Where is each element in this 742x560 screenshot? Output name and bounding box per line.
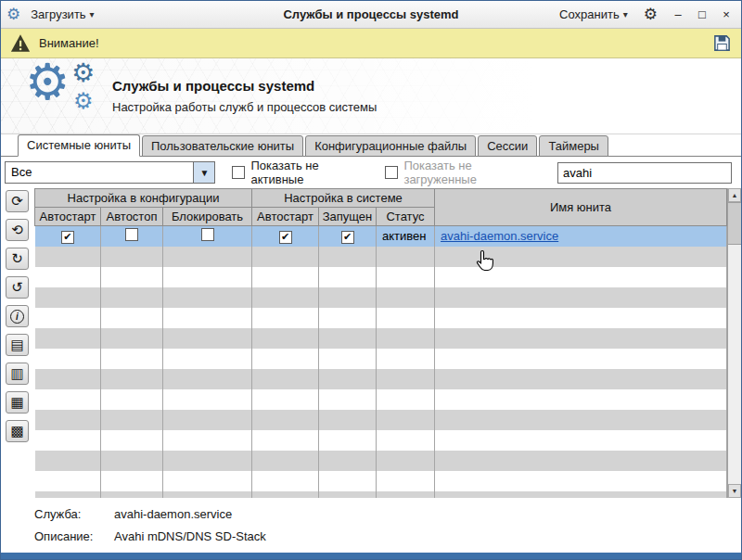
info-icon: i <box>10 310 24 324</box>
restart-icon: ↻ <box>11 250 23 267</box>
edit-config-button[interactable]: ▥ <box>6 363 29 385</box>
table-row-empty <box>35 247 727 267</box>
group-header-system: Настройка в системе <box>252 189 435 208</box>
tab-system-units[interactable]: Системные юниты <box>18 134 140 157</box>
description-value: Avahi mDNS/DNS SD-Stack <box>114 529 266 543</box>
side-toolbar: ⟳ ⟲ ↻ ↺ i ▤ ▥ ▦ ▩ <box>1 188 34 498</box>
column-header-autostop[interactable]: Автостоп <box>101 208 163 226</box>
unit-info-button[interactable]: i <box>6 305 29 327</box>
tab-config-files[interactable]: Конфигурационные файлы <box>305 135 476 157</box>
gear-icon: ⚙ <box>73 90 94 112</box>
config-file-icon: ▥ <box>10 365 23 382</box>
tab-sessions[interactable]: Сессии <box>478 135 537 157</box>
chevron-down-icon: ▾ <box>90 9 95 19</box>
table-row-empty <box>35 491 727 499</box>
table-row-empty <box>35 451 727 471</box>
service-label: Служба: <box>34 507 114 521</box>
warning-bar: Внимание! <box>1 29 741 58</box>
unit-details-panel: Служба: avahi-daemon.service Описание: A… <box>1 498 741 553</box>
table-row-empty <box>35 389 727 410</box>
save-file-icon[interactable] <box>712 33 732 53</box>
show-unloaded-checkbox-row: Показать не загруженные <box>385 159 541 186</box>
dropdown-arrow-icon[interactable]: ▼ <box>193 162 214 183</box>
show-unloaded-checkbox[interactable] <box>385 166 398 179</box>
page-subtitle: Настройка работы служб и процессов систе… <box>112 100 377 114</box>
autostop-checkbox[interactable] <box>125 228 138 241</box>
column-header-unit-name[interactable]: Имя юнита <box>435 189 727 226</box>
app-header: ⚙ ⚙ ⚙ Службы и процессы systemd Настройк… <box>1 58 741 134</box>
table-row-empty <box>35 308 727 328</box>
scrollbar-thumb[interactable] <box>728 202 741 245</box>
app-logo-gears: ⚙ ⚙ ⚙ <box>23 66 112 127</box>
filter-dropdown-value: Все <box>6 162 193 183</box>
running-checkbox[interactable]: ✔ <box>341 231 354 244</box>
filter-row: Все ▼ Показать не активные Показать не з… <box>1 157 741 188</box>
column-header-autostart-sys[interactable]: Автостарт <box>252 208 319 226</box>
save-menu-button[interactable]: Сохранить ▾ <box>555 5 633 24</box>
restart-unit-button[interactable]: ↻ <box>6 248 29 270</box>
close-button[interactable]: × <box>717 7 736 21</box>
unit-name-link[interactable]: avahi-daemon.service <box>441 229 558 243</box>
undo-button[interactable]: ↺ <box>6 276 29 299</box>
column-header-running[interactable]: Запущен <box>319 208 377 226</box>
journal-button[interactable]: ▦ <box>6 391 29 414</box>
table-row-empty <box>35 328 727 349</box>
reload-icon: ⟲ <box>11 222 23 238</box>
table-row-empty <box>35 410 727 430</box>
units-table-zone: Настройка в конфигурации Настройка в сис… <box>34 188 741 498</box>
minimize-button[interactable]: – <box>669 7 687 21</box>
filter-dropdown[interactable]: Все ▼ <box>5 161 215 184</box>
save-menu-label: Сохранить <box>559 7 620 21</box>
group-header-config: Настройка в конфигурации <box>35 189 252 208</box>
refresh-icon: ⟳ <box>11 193 23 210</box>
titlebar: ⚙ Загрузить ▾ Службы и процессы systemd … <box>1 1 741 29</box>
tab-user-units[interactable]: Пользовательские юниты <box>142 135 303 157</box>
warning-triangle-icon <box>10 33 31 53</box>
chevron-down-icon: ▾ <box>623 9 628 19</box>
page-title: Службы и процессы systemd <box>112 78 377 94</box>
scroll-up-arrow[interactable]: ▲ <box>728 188 741 202</box>
load-menu-label: Загрузить <box>31 7 85 21</box>
vertical-scrollbar[interactable]: ▲ ▼ <box>727 188 741 498</box>
tab-bar: Системные юниты Пользовательские юниты К… <box>1 134 741 157</box>
autostart-sys-checkbox[interactable]: ✔ <box>279 231 292 244</box>
table-row-empty <box>35 430 727 451</box>
file-icon: ▤ <box>10 337 23 353</box>
app-icon: ⚙ <box>6 6 20 22</box>
window-bottom-edge <box>1 553 741 559</box>
table-row-empty <box>35 369 727 389</box>
journal-icon: ▦ <box>10 394 23 411</box>
refresh-button[interactable]: ⟳ <box>6 190 29 212</box>
reload-daemon-button[interactable]: ⟲ <box>6 219 29 241</box>
column-header-autostart-cfg[interactable]: Автостарт <box>35 208 101 226</box>
units-table: Настройка в конфигурации Настройка в сис… <box>34 188 727 498</box>
table-row-empty <box>35 471 727 491</box>
show-inactive-checkbox-row[interactable]: Показать не активные <box>232 159 368 186</box>
undo-icon: ↺ <box>11 279 23 296</box>
scroll-down-arrow[interactable]: ▼ <box>728 484 741 498</box>
autostart-cfg-checkbox[interactable]: ✔ <box>61 231 74 244</box>
table-row-empty <box>35 267 727 287</box>
table-row-avahi[interactable]: ✔ ✔ ✔ активен avahi-daemon.service <box>35 226 727 247</box>
main-area: ⟳ ⟲ ↻ ↺ i ▤ ▥ ▦ ▩ Настройка в конфигура <box>1 188 741 498</box>
units-table-viewport: Настройка в конфигурации Настройка в сис… <box>34 188 727 498</box>
block-checkbox[interactable] <box>201 228 214 241</box>
maximize-button[interactable]: □ <box>693 7 711 21</box>
show-inactive-label[interactable]: Показать не активные <box>250 159 368 186</box>
app-window: ⚙ Загрузить ▾ Службы и процессы systemd … <box>0 0 742 560</box>
show-unloaded-label: Показать не загруженные <box>403 159 541 186</box>
list-deps-button[interactable]: ▩ <box>6 420 29 442</box>
unit-file-button[interactable]: ▤ <box>6 334 29 356</box>
tab-timers[interactable]: Таймеры <box>539 135 608 157</box>
gear-icon: ⚙ <box>25 57 70 107</box>
show-inactive-checkbox[interactable] <box>232 166 245 179</box>
scrollbar-track[interactable] <box>728 245 741 484</box>
load-menu-button[interactable]: Загрузить ▾ <box>26 5 98 24</box>
warning-text: Внимание! <box>39 36 99 50</box>
column-header-status[interactable]: Статус <box>377 208 435 226</box>
column-header-block[interactable]: Блокировать <box>163 208 252 226</box>
gear-icon: ⚙ <box>71 60 95 86</box>
status-cell: активен <box>377 226 435 247</box>
search-input[interactable] <box>557 162 732 184</box>
settings-gear-icon[interactable]: ⚙ <box>638 5 663 24</box>
